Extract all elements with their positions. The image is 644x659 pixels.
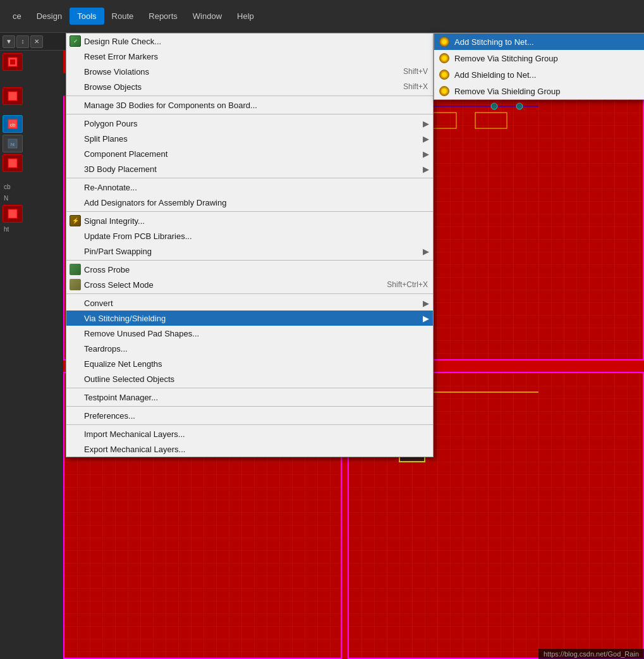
cross-select-icon	[69, 278, 82, 291]
menu-window[interactable]: Window	[185, 8, 229, 25]
menu-item-add-designators[interactable]: Add Designators for Assembly Drawing	[66, 195, 433, 210]
menu-ce[interactable]: ce	[5, 8, 29, 25]
via-circle-2	[439, 53, 449, 63]
cross-probe-icon-img	[70, 264, 81, 275]
menu-item-outline-selected[interactable]: Outline Selected Objects	[66, 371, 433, 386]
menu-item-cross-select[interactable]: Cross Select Mode Shift+Ctrl+X	[66, 277, 433, 292]
via-icon-4	[438, 85, 451, 97]
left-panel-toolbar: ▼ ↕ ✕	[0, 33, 63, 51]
menu-item-convert[interactable]: Convert ▶	[66, 295, 433, 311]
svg-rect-38	[10, 59, 15, 65]
left-panel: ▼ ↕ ✕ cb ht	[0, 33, 63, 659]
menu-item-export-mechanical[interactable]: Export Mechanical Layers...	[66, 441, 433, 457]
browse-violations-shortcut: Shift+V	[403, 67, 428, 76]
menu-item-cross-probe[interactable]: Cross Probe	[66, 262, 433, 277]
signal-icon-img: ⚡	[70, 215, 81, 226]
menu-help[interactable]: Help	[229, 8, 262, 25]
menubar: ce Design Tools Route Reports Window Hel…	[0, 0, 644, 33]
menu-item-testpoint[interactable]: Testpoint Manager...	[66, 390, 433, 405]
menu-item-teardrops[interactable]: Teardrops...	[66, 341, 433, 356]
via-circle-1	[439, 37, 449, 47]
menu-item-browse-violations[interactable]: Browse Violations Shift+V	[66, 64, 433, 79]
svg-rect-45	[8, 209, 17, 218]
svg-text:ht: ht	[11, 142, 15, 147]
menu-item-remove-pad-shapes[interactable]: Remove Unused Pad Shapes...	[66, 326, 433, 341]
component-icon[interactable]	[3, 53, 23, 71]
menu-item-3d-body[interactable]: 3D Body Placement ▶	[66, 161, 433, 176]
svg-rect-24	[475, 113, 507, 128]
unpin-button[interactable]: ↕	[16, 35, 29, 48]
menu-item-import-mechanical[interactable]: Import Mechanical Layers...	[66, 426, 433, 441]
svg-rect-44	[8, 159, 17, 168]
via-circle-4	[439, 86, 449, 96]
submenu-remove-shielding-group[interactable]: Remove Via Shielding Group	[434, 83, 644, 99]
submenu-add-shielding[interactable]: Add Shielding to Net...	[434, 66, 644, 83]
tools-dropdown: ✓ Design Rule Check... Reset Error Marke…	[66, 33, 434, 457]
pin-button[interactable]: ▼	[3, 35, 15, 48]
signal-icon: ⚡	[69, 214, 82, 227]
menu-item-signal-integrity[interactable]: ⚡ Signal Integrity...	[66, 213, 433, 228]
polygon-pours-arrow: ▶	[423, 119, 429, 128]
menu-item-polygon-pours[interactable]: Polygon Pours ▶	[66, 116, 433, 131]
svg-rect-39	[8, 92, 17, 101]
menu-item-equalize-net[interactable]: Equalize Net Lengths	[66, 356, 433, 371]
menu-item-via-stitching[interactable]: Via Stitching/Shielding ▶	[66, 311, 433, 326]
layer-btn-4[interactable]	[3, 205, 23, 223]
via-icon-1	[438, 35, 451, 48]
via-icon-3	[438, 68, 451, 81]
drc-icon-img: ✓	[70, 35, 81, 47]
via-circle-3	[439, 70, 449, 80]
url-bar: https://blog.csdn.net/God_Rain	[538, 649, 644, 659]
cross-probe-icon	[69, 263, 82, 276]
pin-part-arrow: ▶	[423, 247, 429, 256]
layer-btn-3[interactable]	[3, 154, 23, 172]
via-stitching-submenu: Add Stitching to Net... Remove Via Stitc…	[434, 33, 644, 100]
via-icon-2	[438, 52, 451, 65]
menu-route[interactable]: Route	[104, 8, 142, 25]
svg-point-20	[491, 103, 497, 109]
cross-select-shortcut: Shift+Ctrl+X	[387, 280, 428, 289]
menu-item-pin-part-swapping[interactable]: Pin/Part Swapping ▶	[66, 243, 433, 259]
convert-arrow: ▶	[423, 299, 429, 308]
comp-placement-arrow: ▶	[423, 149, 429, 159]
menu-item-browse-objects[interactable]: Browse Objects Shift+X	[66, 79, 433, 94]
browse-objects-shortcut: Shift+X	[403, 82, 428, 91]
svg-point-21	[516, 103, 523, 109]
menu-tools[interactable]: Tools	[70, 8, 104, 25]
menu-item-update-pcb[interactable]: Update From PCB Libraries...	[66, 228, 433, 243]
cross-select-icon-img	[70, 279, 81, 290]
menu-item-drc[interactable]: ✓ Design Rule Check...	[66, 34, 433, 49]
3d-body-arrow: ▶	[423, 164, 429, 174]
menu-design[interactable]: Design	[29, 8, 70, 25]
split-planes-arrow: ▶	[423, 134, 429, 144]
menu-item-component-placement[interactable]: Component Placement ▶	[66, 146, 433, 161]
menu-item-split-planes[interactable]: Split Planes ▶	[66, 131, 433, 146]
component-icon-2[interactable]	[3, 87, 23, 105]
layer-btn-1[interactable]: cb	[3, 115, 23, 133]
submenu-add-stitching[interactable]: Add Stitching to Net...	[434, 34, 644, 50]
close-panel-button[interactable]: ✕	[30, 35, 43, 48]
svg-text:cb: cb	[10, 122, 16, 128]
menu-item-manage-3d[interactable]: Manage 3D Bodies for Components on Board…	[66, 97, 433, 113]
submenu-remove-stitching-group[interactable]: Remove Via Stitching Group	[434, 50, 644, 66]
menu-item-re-annotate[interactable]: Re-Annotate...	[66, 180, 433, 195]
menu-item-reset-markers[interactable]: Reset Error Markers	[66, 49, 433, 64]
via-stitching-arrow: ▶	[423, 314, 429, 323]
layer-btn-2[interactable]: ht	[3, 135, 23, 152]
drc-icon: ✓	[69, 35, 82, 47]
menu-item-preferences[interactable]: Preferences...	[66, 408, 433, 423]
menu-reports[interactable]: Reports	[141, 8, 185, 25]
